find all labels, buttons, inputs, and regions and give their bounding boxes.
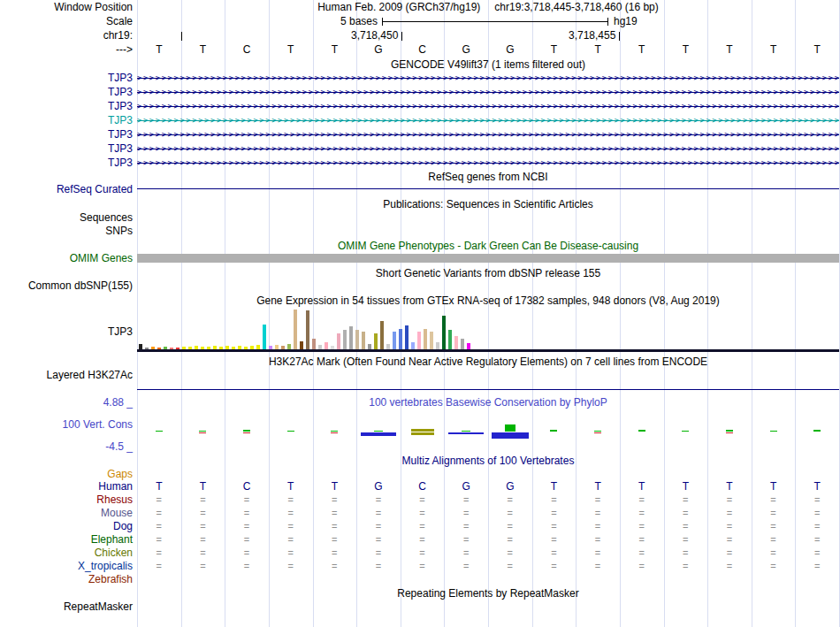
species-label[interactable]: Rhesus <box>0 493 133 507</box>
species-label[interactable]: Mouse <box>0 507 133 520</box>
conservation-positive-mark <box>331 431 338 432</box>
base-cell: = <box>795 560 839 573</box>
gene-row[interactable]: TJP3>>>>>>>>>>>>>>>>>>>>>>>>>>>>>>>>>>>>… <box>0 127 840 141</box>
conservation-negative-mark <box>492 432 529 439</box>
gtex-bar[interactable] <box>380 321 384 349</box>
gene-exon-line[interactable]: >>>>>>>>>>>>>>>>>>>>>>>>>>>>>>>>>>>>>>>>… <box>137 113 839 127</box>
gtex-bar[interactable] <box>454 336 458 349</box>
vertcons-track-label[interactable]: 100 Vert. Cons <box>0 418 133 431</box>
gene-exon-line[interactable]: >>>>>>>>>>>>>>>>>>>>>>>>>>>>>>>>>>>>>>>>… <box>137 127 839 141</box>
gene-row[interactable]: TJP3>>>>>>>>>>>>>>>>>>>>>>>>>>>>>>>>>>>>… <box>0 141 840 156</box>
gtex-bar[interactable] <box>312 339 316 349</box>
alignment-row[interactable]: Zebrafish <box>0 573 840 586</box>
conservation-positive-mark <box>243 430 250 432</box>
gene-row[interactable]: TJP3>>>>>>>>>>>>>>>>>>>>>>>>>>>>>>>>>>>>… <box>0 99 840 113</box>
refseq-track-label[interactable]: RefSeq Curated <box>0 183 133 195</box>
sequences-track-label[interactable]: Sequences <box>0 211 133 224</box>
species-label[interactable]: Zebrafish <box>0 573 133 586</box>
gtex-bar[interactable] <box>405 325 409 349</box>
gene-exon-line[interactable]: >>>>>>>>>>>>>>>>>>>>>>>>>>>>>>>>>>>>>>>>… <box>137 141 839 156</box>
gtex-bar[interactable] <box>461 339 464 349</box>
gene-row[interactable]: TJP3>>>>>>>>>>>>>>>>>>>>>>>>>>>>>>>>>>>>… <box>0 113 840 127</box>
gtex-bar[interactable] <box>294 310 297 349</box>
gtex-bar[interactable] <box>424 329 427 349</box>
conservation-positive-mark <box>813 430 821 432</box>
gtex-bar[interactable] <box>306 310 309 349</box>
alignment-row[interactable]: Mouse================ <box>0 507 840 520</box>
base-cell: = <box>137 547 181 560</box>
conservation-negative-mark <box>199 432 206 433</box>
gtex-bar[interactable] <box>393 332 396 349</box>
base-cell: = <box>620 520 664 533</box>
base-cell: = <box>795 507 839 520</box>
alignment-row[interactable]: X_tropicalis================ <box>0 560 840 573</box>
omim-gene-bar[interactable] <box>137 254 839 263</box>
alignment-row[interactable]: Rhesus================ <box>0 493 840 507</box>
alignment-row[interactable]: Chicken================ <box>0 547 840 560</box>
gtex-bars[interactable] <box>137 308 839 349</box>
species-label[interactable]: Chicken <box>0 547 133 560</box>
gtex-bar[interactable] <box>355 330 359 349</box>
gene-row[interactable]: TJP3>>>>>>>>>>>>>>>>>>>>>>>>>>>>>>>>>>>>… <box>0 156 840 170</box>
gtex-bar[interactable] <box>374 333 378 349</box>
base-cell: = <box>576 493 620 507</box>
base-cell: G <box>488 480 532 493</box>
gtex-bar[interactable] <box>300 341 303 349</box>
gene-exon-line[interactable]: >>>>>>>>>>>>>>>>>>>>>>>>>>>>>>>>>>>>>>>>… <box>137 85 839 99</box>
gtex-bar[interactable] <box>467 343 470 349</box>
omim-track-label[interactable]: OMIM Genes <box>0 253 133 264</box>
gtex-bar[interactable] <box>337 333 340 349</box>
base-cell: = <box>488 493 532 507</box>
gene-label[interactable]: TJP3 <box>0 156 133 170</box>
gene-label[interactable]: TJP3 <box>0 71 133 85</box>
conservation-positive-mark <box>770 431 777 432</box>
conservation-positive-mark <box>287 431 294 432</box>
gtex-bar[interactable] <box>362 332 365 349</box>
gtex-bar[interactable] <box>430 332 433 349</box>
gtex-bar[interactable] <box>263 325 266 349</box>
alignment-row[interactable]: Dog================ <box>0 520 840 533</box>
alignment-row[interactable]: HumanTTCTTGCGGTTTTTTT <box>0 480 840 493</box>
gene-label[interactable]: TJP3 <box>0 141 133 156</box>
base-cell: = <box>620 507 664 520</box>
gaps-label[interactable]: Gaps <box>0 468 133 480</box>
snps-track-label[interactable]: SNPs <box>0 225 133 237</box>
conservation-negative-mark <box>448 432 484 434</box>
gene-exon-line[interactable]: >>>>>>>>>>>>>>>>>>>>>>>>>>>>>>>>>>>>>>>>… <box>137 99 839 113</box>
gtex-bar[interactable] <box>349 326 353 349</box>
gene-label[interactable]: TJP3 <box>0 127 133 141</box>
refseq-gene-line[interactable] <box>137 188 839 189</box>
gtex-track-label[interactable]: TJP3 <box>0 325 133 338</box>
base-cell: = <box>664 520 708 533</box>
base-cell: = <box>532 533 577 547</box>
alignment-row[interactable]: Elephant================ <box>0 533 840 547</box>
species-label[interactable]: Human <box>0 480 133 493</box>
base-cell: = <box>620 493 664 507</box>
gene-row[interactable]: TJP3>>>>>>>>>>>>>>>>>>>>>>>>>>>>>>>>>>>>… <box>0 85 840 99</box>
gene-label[interactable]: TJP3 <box>0 113 133 127</box>
gtex-bar[interactable] <box>411 342 415 349</box>
gtex-bar[interactable] <box>436 342 439 349</box>
h3k27ac-track-label[interactable]: Layered H3K27Ac <box>0 369 133 381</box>
gtex-bar[interactable] <box>417 332 421 349</box>
repeatmasker-track-label[interactable]: RepeatMasker <box>0 600 133 613</box>
gene-label[interactable]: TJP3 <box>0 85 133 99</box>
gtex-bar[interactable] <box>448 330 452 349</box>
species-label[interactable]: X_tropicalis <box>0 560 133 573</box>
gene-exon-line[interactable]: >>>>>>>>>>>>>>>>>>>>>>>>>>>>>>>>>>>>>>>>… <box>137 71 839 85</box>
gtex-bar[interactable] <box>442 316 446 349</box>
alignment-cells: ================ <box>137 560 839 573</box>
gene-row[interactable]: TJP3>>>>>>>>>>>>>>>>>>>>>>>>>>>>>>>>>>>>… <box>0 71 840 85</box>
gene-label[interactable]: TJP3 <box>0 99 133 113</box>
dbsnp-track-label[interactable]: Common dbSNP(155) <box>0 279 133 292</box>
gtex-bar[interactable] <box>325 342 328 349</box>
base-cell: = <box>752 547 796 560</box>
base-cell: = <box>707 560 752 573</box>
species-label[interactable]: Dog <box>0 520 133 533</box>
multiz-title: Multiz Alignments of 100 Vertebrates <box>137 455 839 467</box>
gtex-bar[interactable] <box>343 330 347 349</box>
species-label[interactable]: Elephant <box>0 533 133 547</box>
conservation-positive-mark <box>682 431 689 432</box>
gene-exon-line[interactable]: >>>>>>>>>>>>>>>>>>>>>>>>>>>>>>>>>>>>>>>>… <box>137 156 839 170</box>
gtex-bar[interactable] <box>399 329 402 349</box>
